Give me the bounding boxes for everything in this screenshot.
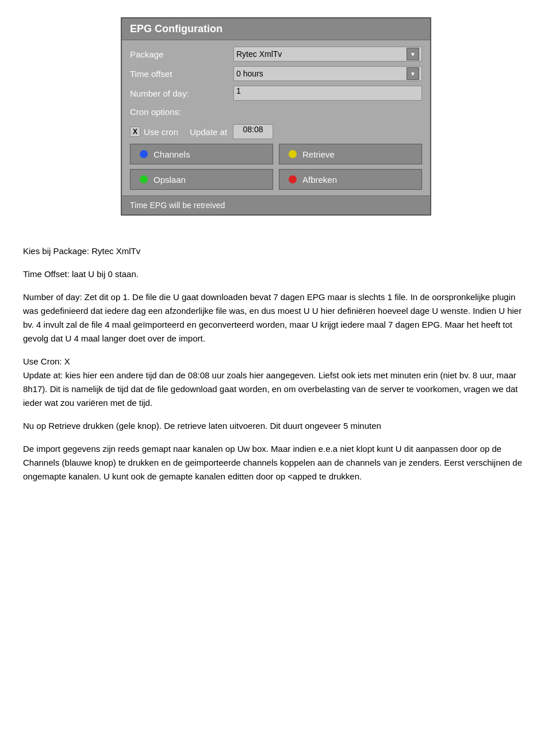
paragraph-import: De import gegevens zijn reeds gemapt naa… xyxy=(23,442,529,483)
time-offset-select[interactable]: 0 hours ▼ xyxy=(233,66,422,81)
channels-button[interactable]: Channels xyxy=(130,144,273,164)
status-bar: Time EPG will be retreived xyxy=(122,195,430,214)
time-offset-row: Time offset 0 hours ▼ xyxy=(130,66,422,82)
opslaan-dot xyxy=(140,175,148,183)
paragraph-number-of-day: Number of day: Zet dit op 1. De file die… xyxy=(23,290,529,346)
afbreken-label: Afbreken xyxy=(302,175,337,185)
opslaan-button[interactable]: Opslaan xyxy=(130,169,273,190)
use-cron-checkbox[interactable]: X xyxy=(130,126,140,137)
number-of-days-label: Number of day: xyxy=(130,89,233,98)
cron-options-row: Cron options: xyxy=(130,105,422,121)
number-of-days-input[interactable]: 1 xyxy=(233,86,422,101)
paragraph-package: Kies bij Package: Rytec XmlTv xyxy=(23,244,529,258)
package-value: Rytec XmlTv xyxy=(236,49,407,59)
opslaan-label: Opslaan xyxy=(154,175,186,185)
afbreken-dot xyxy=(289,175,297,183)
panel-body: Package Rytec XmlTv ▼ Time offset 0 hour… xyxy=(122,40,430,195)
paragraph-retrieve: Nu op Retrieve drukken (gele knop). De r… xyxy=(23,419,529,433)
retrieve-dot xyxy=(289,150,297,158)
channels-label: Channels xyxy=(154,149,190,159)
epg-configuration-panel: EPG Configuration Package Rytec XmlTv ▼ … xyxy=(121,17,431,216)
channels-dot xyxy=(140,150,148,158)
panel-title: EPG Configuration xyxy=(122,18,430,40)
package-label: Package xyxy=(130,49,233,59)
left-buttons: Channels Opslaan xyxy=(130,144,273,190)
use-cron-line2: Update at: kies hier een andere tijd dan… xyxy=(23,370,518,408)
package-select[interactable]: Rytec XmlTv ▼ xyxy=(233,47,422,62)
time-offset-label: Time offset xyxy=(130,69,233,79)
package-row: Package Rytec XmlTv ▼ xyxy=(130,46,422,62)
time-offset-dropdown-arrow[interactable]: ▼ xyxy=(407,67,419,80)
status-text: Time EPG will be retreived xyxy=(130,201,225,210)
cron-options-label: Cron options: xyxy=(130,107,181,117)
time-input[interactable]: 08:08 xyxy=(233,124,273,139)
time-offset-value: 0 hours xyxy=(236,69,407,78)
number-of-days-row: Number of day: 1 xyxy=(130,85,422,101)
use-cron-line1: Use Cron: X xyxy=(23,356,70,366)
afbreken-button[interactable]: Afbreken xyxy=(279,169,422,190)
package-dropdown-arrow[interactable]: ▼ xyxy=(407,48,419,60)
update-at-label: Update at xyxy=(190,127,227,137)
paragraph-time-offset: Time Offset: laat U bij 0 staan. xyxy=(23,267,529,281)
use-cron-label: Use cron xyxy=(144,127,178,137)
paragraph-use-cron: Use Cron: X Update at: kies hier een and… xyxy=(23,355,529,410)
buttons-area: Channels Opslaan Retrieve Afbreken xyxy=(130,144,422,190)
use-cron-row: X Use cron Update at 08:08 xyxy=(130,124,422,139)
retrieve-label: Retrieve xyxy=(302,149,335,159)
content-area: Kies bij Package: Rytec XmlTv Time Offse… xyxy=(12,239,540,498)
right-buttons: Retrieve Afbreken xyxy=(279,144,422,190)
retrieve-button[interactable]: Retrieve xyxy=(279,144,422,164)
